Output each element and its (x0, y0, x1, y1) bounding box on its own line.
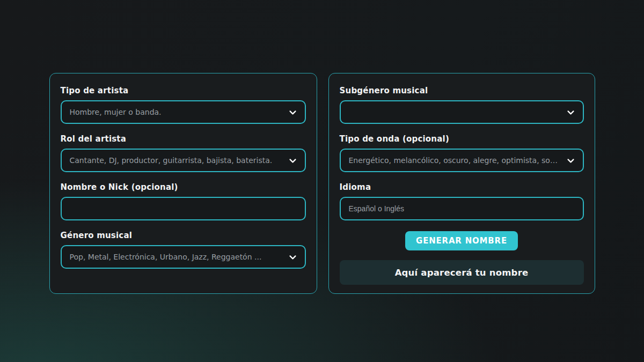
generated-name-placeholder-text: Aquí aparecerá tu nombre (395, 268, 529, 278)
nickname-label: Nombre o Nick (opcional) (61, 182, 306, 192)
artist-role-select-value: Cantante, DJ, productor, guitarrista, ba… (70, 156, 273, 165)
chevron-down-icon (566, 156, 575, 165)
left-panel: Tipo de artista Hombre, mujer o banda. R… (49, 73, 317, 294)
artist-role-label: Rol del artista (61, 134, 306, 144)
name-generator-form: Tipo de artista Hombre, mujer o banda. R… (0, 0, 644, 294)
chevron-down-icon (288, 156, 297, 165)
genre-select-value: Pop, Metal, Electrónica, Urbano, Jazz, R… (70, 253, 262, 261)
vibe-label: Tipo de onda (opcional) (340, 134, 584, 144)
vibe-select-value: Energético, melancólico, oscuro, alegre,… (349, 156, 562, 165)
nickname-input[interactable] (61, 197, 306, 220)
chevron-down-icon (288, 108, 297, 117)
chevron-down-icon (288, 253, 297, 262)
genre-label: Género musical (61, 231, 306, 240)
artist-type-select[interactable]: Hombre, mujer o banda. (61, 100, 306, 124)
right-panel: Subgénero musical Tipo de onda (opcional… (328, 73, 595, 294)
generated-name-output: Aquí aparecerá tu nombre (340, 260, 584, 285)
chevron-down-icon (566, 108, 575, 117)
artist-type-select-value: Hombre, mujer o banda. (70, 108, 162, 116)
generate-name-button[interactable]: GENERAR NOMBRE (405, 231, 518, 250)
artist-type-label: Tipo de artista (61, 86, 306, 95)
language-label: Idioma (340, 182, 584, 192)
language-input[interactable] (340, 197, 584, 220)
vibe-select[interactable]: Energético, melancólico, oscuro, alegre,… (340, 149, 584, 172)
genre-select[interactable]: Pop, Metal, Electrónica, Urbano, Jazz, R… (61, 245, 306, 269)
subgenre-label: Subgénero musical (340, 86, 584, 95)
subgenre-select[interactable] (340, 100, 584, 124)
artist-role-select[interactable]: Cantante, DJ, productor, guitarrista, ba… (61, 149, 306, 172)
